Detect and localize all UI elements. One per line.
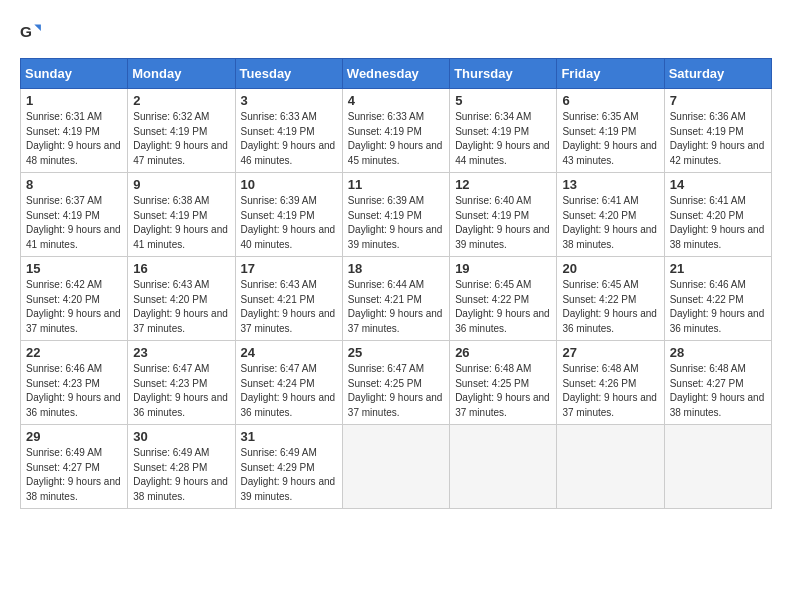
calendar-day-26: 26Sunrise: 6:48 AMSunset: 4:25 PMDayligh… <box>450 341 557 425</box>
calendar-week-4: 22Sunrise: 6:46 AMSunset: 4:23 PMDayligh… <box>21 341 772 425</box>
calendar-day-13: 13Sunrise: 6:41 AMSunset: 4:20 PMDayligh… <box>557 173 664 257</box>
day-number: 7 <box>670 93 766 108</box>
weekday-header-thursday: Thursday <box>450 59 557 89</box>
calendar-day-16: 16Sunrise: 6:43 AMSunset: 4:20 PMDayligh… <box>128 257 235 341</box>
day-number: 4 <box>348 93 444 108</box>
day-number: 27 <box>562 345 658 360</box>
calendar-day-6: 6Sunrise: 6:35 AMSunset: 4:19 PMDaylight… <box>557 89 664 173</box>
day-info: Sunrise: 6:38 AMSunset: 4:19 PMDaylight:… <box>133 194 229 252</box>
day-info: Sunrise: 6:45 AMSunset: 4:22 PMDaylight:… <box>562 278 658 336</box>
day-info: Sunrise: 6:41 AMSunset: 4:20 PMDaylight:… <box>670 194 766 252</box>
calendar-day-22: 22Sunrise: 6:46 AMSunset: 4:23 PMDayligh… <box>21 341 128 425</box>
day-number: 17 <box>241 261 337 276</box>
day-number: 22 <box>26 345 122 360</box>
empty-cell <box>342 425 449 509</box>
day-number: 12 <box>455 177 551 192</box>
day-info: Sunrise: 6:46 AMSunset: 4:22 PMDaylight:… <box>670 278 766 336</box>
calendar-day-19: 19Sunrise: 6:45 AMSunset: 4:22 PMDayligh… <box>450 257 557 341</box>
empty-cell <box>450 425 557 509</box>
calendar-day-17: 17Sunrise: 6:43 AMSunset: 4:21 PMDayligh… <box>235 257 342 341</box>
day-number: 6 <box>562 93 658 108</box>
weekday-header-monday: Monday <box>128 59 235 89</box>
calendar-day-24: 24Sunrise: 6:47 AMSunset: 4:24 PMDayligh… <box>235 341 342 425</box>
day-info: Sunrise: 6:47 AMSunset: 4:25 PMDaylight:… <box>348 362 444 420</box>
day-info: Sunrise: 6:32 AMSunset: 4:19 PMDaylight:… <box>133 110 229 168</box>
calendar-day-7: 7Sunrise: 6:36 AMSunset: 4:19 PMDaylight… <box>664 89 771 173</box>
day-info: Sunrise: 6:48 AMSunset: 4:25 PMDaylight:… <box>455 362 551 420</box>
day-number: 3 <box>241 93 337 108</box>
day-number: 1 <box>26 93 122 108</box>
svg-text:G: G <box>20 23 32 40</box>
day-info: Sunrise: 6:46 AMSunset: 4:23 PMDaylight:… <box>26 362 122 420</box>
weekday-header-saturday: Saturday <box>664 59 771 89</box>
weekday-header-friday: Friday <box>557 59 664 89</box>
day-info: Sunrise: 6:45 AMSunset: 4:22 PMDaylight:… <box>455 278 551 336</box>
calendar-day-10: 10Sunrise: 6:39 AMSunset: 4:19 PMDayligh… <box>235 173 342 257</box>
day-number: 2 <box>133 93 229 108</box>
weekday-header-sunday: Sunday <box>21 59 128 89</box>
day-number: 16 <box>133 261 229 276</box>
day-info: Sunrise: 6:39 AMSunset: 4:19 PMDaylight:… <box>348 194 444 252</box>
day-number: 18 <box>348 261 444 276</box>
calendar-day-5: 5Sunrise: 6:34 AMSunset: 4:19 PMDaylight… <box>450 89 557 173</box>
empty-cell <box>557 425 664 509</box>
calendar-week-1: 1Sunrise: 6:31 AMSunset: 4:19 PMDaylight… <box>21 89 772 173</box>
day-info: Sunrise: 6:31 AMSunset: 4:19 PMDaylight:… <box>26 110 122 168</box>
calendar-day-14: 14Sunrise: 6:41 AMSunset: 4:20 PMDayligh… <box>664 173 771 257</box>
calendar-day-25: 25Sunrise: 6:47 AMSunset: 4:25 PMDayligh… <box>342 341 449 425</box>
day-number: 15 <box>26 261 122 276</box>
day-info: Sunrise: 6:44 AMSunset: 4:21 PMDaylight:… <box>348 278 444 336</box>
calendar-day-18: 18Sunrise: 6:44 AMSunset: 4:21 PMDayligh… <box>342 257 449 341</box>
day-number: 23 <box>133 345 229 360</box>
page-header: G <box>20 20 772 42</box>
empty-cell <box>664 425 771 509</box>
day-info: Sunrise: 6:48 AMSunset: 4:27 PMDaylight:… <box>670 362 766 420</box>
calendar-day-3: 3Sunrise: 6:33 AMSunset: 4:19 PMDaylight… <box>235 89 342 173</box>
calendar-day-1: 1Sunrise: 6:31 AMSunset: 4:19 PMDaylight… <box>21 89 128 173</box>
calendar-week-5: 29Sunrise: 6:49 AMSunset: 4:27 PMDayligh… <box>21 425 772 509</box>
calendar-day-21: 21Sunrise: 6:46 AMSunset: 4:22 PMDayligh… <box>664 257 771 341</box>
weekday-header-wednesday: Wednesday <box>342 59 449 89</box>
calendar-day-28: 28Sunrise: 6:48 AMSunset: 4:27 PMDayligh… <box>664 341 771 425</box>
day-number: 13 <box>562 177 658 192</box>
day-info: Sunrise: 6:49 AMSunset: 4:27 PMDaylight:… <box>26 446 122 504</box>
day-info: Sunrise: 6:48 AMSunset: 4:26 PMDaylight:… <box>562 362 658 420</box>
day-number: 19 <box>455 261 551 276</box>
calendar-week-3: 15Sunrise: 6:42 AMSunset: 4:20 PMDayligh… <box>21 257 772 341</box>
calendar-day-27: 27Sunrise: 6:48 AMSunset: 4:26 PMDayligh… <box>557 341 664 425</box>
calendar-day-2: 2Sunrise: 6:32 AMSunset: 4:19 PMDaylight… <box>128 89 235 173</box>
day-number: 26 <box>455 345 551 360</box>
day-number: 31 <box>241 429 337 444</box>
day-info: Sunrise: 6:33 AMSunset: 4:19 PMDaylight:… <box>241 110 337 168</box>
weekday-header-row: SundayMondayTuesdayWednesdayThursdayFrid… <box>21 59 772 89</box>
day-number: 5 <box>455 93 551 108</box>
day-number: 30 <box>133 429 229 444</box>
calendar-day-15: 15Sunrise: 6:42 AMSunset: 4:20 PMDayligh… <box>21 257 128 341</box>
day-info: Sunrise: 6:43 AMSunset: 4:21 PMDaylight:… <box>241 278 337 336</box>
day-info: Sunrise: 6:42 AMSunset: 4:20 PMDaylight:… <box>26 278 122 336</box>
day-info: Sunrise: 6:37 AMSunset: 4:19 PMDaylight:… <box>26 194 122 252</box>
calendar-day-11: 11Sunrise: 6:39 AMSunset: 4:19 PMDayligh… <box>342 173 449 257</box>
day-number: 8 <box>26 177 122 192</box>
calendar-week-2: 8Sunrise: 6:37 AMSunset: 4:19 PMDaylight… <box>21 173 772 257</box>
day-info: Sunrise: 6:49 AMSunset: 4:28 PMDaylight:… <box>133 446 229 504</box>
day-info: Sunrise: 6:47 AMSunset: 4:23 PMDaylight:… <box>133 362 229 420</box>
logo-icon: G <box>20 20 42 42</box>
day-number: 25 <box>348 345 444 360</box>
calendar-day-29: 29Sunrise: 6:49 AMSunset: 4:27 PMDayligh… <box>21 425 128 509</box>
calendar-day-4: 4Sunrise: 6:33 AMSunset: 4:19 PMDaylight… <box>342 89 449 173</box>
day-number: 9 <box>133 177 229 192</box>
day-info: Sunrise: 6:34 AMSunset: 4:19 PMDaylight:… <box>455 110 551 168</box>
day-info: Sunrise: 6:43 AMSunset: 4:20 PMDaylight:… <box>133 278 229 336</box>
day-number: 21 <box>670 261 766 276</box>
day-info: Sunrise: 6:36 AMSunset: 4:19 PMDaylight:… <box>670 110 766 168</box>
calendar-day-23: 23Sunrise: 6:47 AMSunset: 4:23 PMDayligh… <box>128 341 235 425</box>
calendar-day-30: 30Sunrise: 6:49 AMSunset: 4:28 PMDayligh… <box>128 425 235 509</box>
calendar-day-31: 31Sunrise: 6:49 AMSunset: 4:29 PMDayligh… <box>235 425 342 509</box>
calendar-day-20: 20Sunrise: 6:45 AMSunset: 4:22 PMDayligh… <box>557 257 664 341</box>
day-number: 28 <box>670 345 766 360</box>
day-number: 20 <box>562 261 658 276</box>
calendar-day-12: 12Sunrise: 6:40 AMSunset: 4:19 PMDayligh… <box>450 173 557 257</box>
svg-marker-1 <box>34 24 41 31</box>
day-info: Sunrise: 6:35 AMSunset: 4:19 PMDaylight:… <box>562 110 658 168</box>
